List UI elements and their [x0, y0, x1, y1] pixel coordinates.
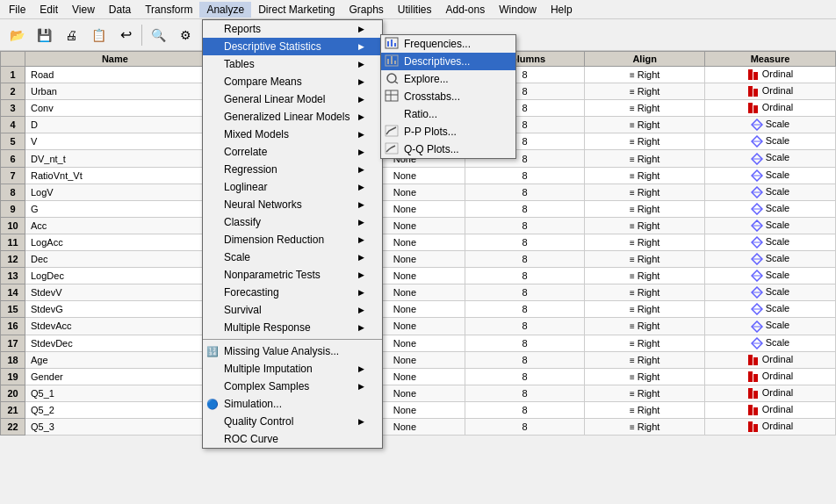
menu-data[interactable]: Data: [102, 2, 138, 18]
cell-name[interactable]: Dec: [25, 251, 205, 268]
table-row[interactable]: 15StdevGNumericNone8≡RightScale: [1, 301, 836, 318]
cell-name[interactable]: StdevG: [25, 301, 205, 318]
submenu-pp-plots[interactable]: P-P Plots...: [381, 123, 515, 140]
menu-tables-label: Tables: [224, 58, 255, 70]
menu-edit[interactable]: Edit: [32, 2, 65, 18]
cell-name[interactable]: Q5_3: [25, 418, 205, 435]
cell-name[interactable]: LogDec: [25, 268, 205, 284]
analyze-dropdown: Reports Descriptive Statistics Tables Co…: [202, 19, 383, 449]
cell-columns: 8: [465, 284, 585, 301]
find-button[interactable]: [145, 23, 171, 47]
menu-multiple-imputation[interactable]: Multiple Imputation: [203, 360, 382, 378]
cell-name[interactable]: Q5_2: [25, 401, 205, 418]
menu-view[interactable]: View: [65, 2, 102, 18]
menu-mixed-models[interactable]: Mixed Models: [203, 126, 382, 143]
menu-tables[interactable]: Tables: [203, 55, 382, 73]
submenu-crosstabs[interactable]: Crosstabs...: [381, 88, 515, 105]
menu-general-linear-model[interactable]: General Linear Model: [203, 90, 382, 108]
table-row[interactable]: 12DecNumericNone8≡RightScale: [1, 251, 836, 268]
cell-name[interactable]: D: [25, 117, 205, 133]
cell-columns: 8: [465, 301, 585, 318]
menu-compare-means[interactable]: Compare Means: [203, 73, 382, 90]
menu-missing-value-analysis[interactable]: 🔢 Missing Value Analysis...: [203, 342, 382, 360]
menu-classify[interactable]: Classify: [203, 213, 382, 231]
menu-utilities[interactable]: Utilities: [391, 2, 439, 18]
menu-regression[interactable]: Regression: [203, 161, 382, 178]
cell-name[interactable]: LogV: [25, 184, 205, 200]
table-row[interactable]: 21Q5_2NumericNone8≡RightOrdinal: [1, 401, 836, 418]
menu-roc-curve[interactable]: ROC Curve: [203, 430, 382, 448]
menu-forecasting[interactable]: Forecasting: [203, 284, 382, 301]
menu-transform[interactable]: Transform: [138, 2, 199, 18]
menu-loglinear[interactable]: Loglinear: [203, 178, 382, 196]
cell-name[interactable]: StdevV: [25, 284, 205, 301]
menu-nonparametric-tests[interactable]: Nonparametric Tests: [203, 266, 382, 284]
menu-complex-samples[interactable]: Complex Samples: [203, 378, 382, 395]
table-row[interactable]: 7RatioVnt_VtNumericNone8≡RightScale: [1, 167, 836, 184]
print-button[interactable]: [58, 23, 84, 47]
table-row[interactable]: 16StdevAccNumericNone8≡RightScale: [1, 318, 836, 335]
table-row[interactable]: 18AgeNumericNone8≡RightOrdinal: [1, 351, 836, 368]
cell-name[interactable]: StdevDec: [25, 335, 205, 351]
table-row[interactable]: 8LogVNumericNone8≡RightScale: [1, 184, 836, 200]
save-button[interactable]: [31, 23, 57, 47]
cell-name[interactable]: Acc: [25, 217, 205, 234]
menu-scale[interactable]: Scale: [203, 248, 382, 266]
menu-generalized-linear-models-label: Generalized Linear Models: [224, 111, 350, 123]
cell-name[interactable]: Urban: [25, 83, 205, 100]
menu-reports[interactable]: Reports: [203, 20, 382, 38]
menu-neural-networks[interactable]: Neural Networks: [203, 196, 382, 213]
cell-name[interactable]: Conv: [25, 100, 205, 117]
menu-survival[interactable]: Survival: [203, 301, 382, 319]
cell-name[interactable]: RatioVnt_Vt: [25, 167, 205, 184]
menu-direct-marketing[interactable]: Direct Marketing: [251, 2, 342, 18]
table-row[interactable]: 22Q5_3NumericNone8≡RightOrdinal: [1, 418, 836, 435]
menu-descriptive-statistics[interactable]: Descriptive Statistics: [203, 38, 382, 55]
menu-dimension-reduction[interactable]: Dimension Reduction: [203, 231, 382, 248]
menu-file[interactable]: File: [2, 2, 32, 18]
cell-name[interactable]: Age: [25, 351, 205, 368]
menu-window[interactable]: Window: [492, 2, 544, 18]
cell-name[interactable]: G: [25, 200, 205, 217]
table-row[interactable]: 17StdevDecNumericNone8≡RightScale: [1, 335, 836, 351]
menu-help[interactable]: Help: [544, 2, 580, 18]
menu-graphs[interactable]: Graphs: [342, 2, 390, 18]
table-row[interactable]: 19GenderNumericNone8≡RightOrdinal: [1, 368, 836, 385]
menu-simulation[interactable]: 🔵 Simulation...: [203, 395, 382, 413]
menu-generalized-linear-models[interactable]: Generalized Linear Models: [203, 108, 382, 126]
submenu-ratio[interactable]: Ratio...: [381, 105, 515, 123]
cell-name[interactable]: LogAcc: [25, 234, 205, 250]
cell-name[interactable]: Road: [25, 67, 205, 83]
cell-measure: Scale: [704, 251, 835, 268]
cell-name[interactable]: Gender: [25, 368, 205, 385]
cell-name[interactable]: Q5_1: [25, 385, 205, 401]
frequencies-label: Frequencies...: [404, 38, 471, 50]
cell-name[interactable]: DV_nt_t: [25, 150, 205, 167]
menu-correlate[interactable]: Correlate: [203, 143, 382, 161]
menu-add-ons[interactable]: Add-ons: [439, 2, 493, 18]
submenu-descriptives[interactable]: Descriptives...: [381, 53, 515, 70]
table-row[interactable]: 13LogDecNumericNone8≡RightScale: [1, 268, 836, 284]
menu-analyze[interactable]: Analyze: [199, 2, 251, 18]
pp-plots-icon: [385, 125, 399, 140]
undo-button[interactable]: [112, 23, 139, 47]
table-row[interactable]: 11LogAccNumericNone8≡RightScale: [1, 234, 836, 250]
toolbar-separator-1: [141, 25, 142, 46]
submenu-explore[interactable]: Explore...: [381, 70, 515, 88]
table-row[interactable]: 9GNumericNone8≡RightScale: [1, 200, 836, 217]
cell-columns: 8: [465, 385, 585, 401]
table-row[interactable]: 10AccNumericNone8≡RightScale: [1, 217, 836, 234]
submenu-qq-plots[interactable]: Q-Q Plots...: [381, 140, 515, 158]
menu-multiple-response[interactable]: Multiple Response: [203, 319, 382, 336]
menu-quality-control[interactable]: Quality Control: [203, 413, 382, 430]
row-number: 10: [1, 217, 25, 234]
open-button[interactable]: [4, 23, 30, 47]
table-row[interactable]: 14StdevVNumericNone8≡RightScale: [1, 284, 836, 301]
cell-name[interactable]: StdevAcc: [25, 318, 205, 335]
submenu-frequencies[interactable]: Frequencies...: [381, 35, 515, 53]
cell-name[interactable]: V: [25, 133, 205, 150]
dialog-recall-button[interactable]: [85, 23, 112, 47]
var-button[interactable]: [172, 23, 198, 47]
table-row[interactable]: 20Q5_1NumericNone8≡RightOrdinal: [1, 385, 836, 401]
cell-align: ≡Right: [585, 251, 705, 268]
